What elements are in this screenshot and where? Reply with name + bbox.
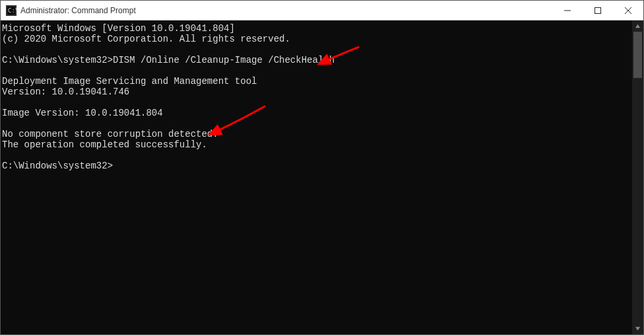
scrollbar-thumb[interactable] [633, 32, 642, 78]
terminal-line: C:\Windows\system32> [2, 161, 631, 171]
scroll-up-button[interactable] [632, 20, 643, 32]
app-icon: C:\ [6, 5, 16, 16]
terminal-line: Microsoft Windows [Version 10.0.19041.80… [2, 23, 631, 34]
svg-rect-4 [595, 7, 601, 13]
terminal-line: Version: 10.0.19041.746 [2, 87, 631, 97]
window-title: Administrator: Command Prompt [20, 6, 552, 15]
terminal-line: Deployment Image Servicing and Managemen… [2, 76, 631, 87]
window-controls [552, 1, 643, 20]
terminal-line: No component store corruption detected. [2, 129, 631, 139]
terminal-line: C:\Windows\system32>DISM /Online /Cleanu… [2, 55, 631, 65]
terminal-line [2, 65, 631, 76]
terminal-output[interactable]: Microsoft Windows [Version 10.0.19041.80… [1, 20, 632, 334]
minimize-button[interactable] [552, 1, 583, 20]
svg-marker-8 [635, 327, 640, 330]
client-area: Microsoft Windows [Version 10.0.19041.80… [1, 20, 643, 334]
terminal-line [2, 118, 631, 129]
terminal-line [2, 150, 631, 161]
terminal-line: (c) 2020 Microsoft Corporation. All righ… [2, 34, 631, 44]
command-prompt-window: C:\ Administrator: Command Prompt Micros… [0, 0, 644, 335]
terminal-line [2, 97, 631, 108]
vertical-scrollbar[interactable] [632, 20, 643, 334]
terminal-line [2, 44, 631, 55]
scrollbar-track[interactable] [632, 32, 643, 323]
svg-marker-7 [635, 24, 640, 28]
close-button[interactable] [613, 1, 643, 20]
terminal-line: Image Version: 10.0.19041.804 [2, 108, 631, 118]
titlebar[interactable]: C:\ Administrator: Command Prompt [1, 1, 643, 20]
svg-text:C:\: C:\ [8, 7, 16, 14]
maximize-button[interactable] [583, 1, 613, 20]
terminal-line: The operation completed successfully. [2, 139, 631, 150]
scroll-down-button[interactable] [632, 323, 643, 334]
